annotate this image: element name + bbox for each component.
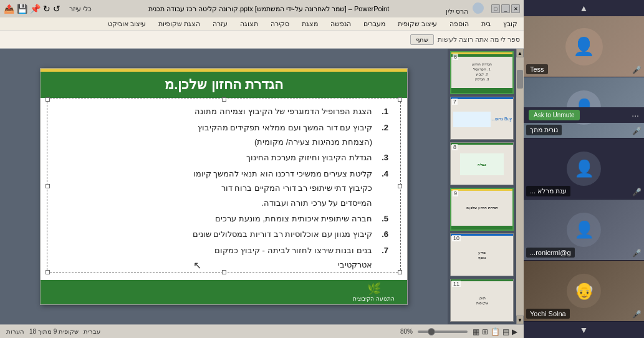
slide-item-5: 5. חברה שיתופית איכותית צומחת, מונעת ערכ… bbox=[59, 211, 388, 226]
tess-mic-icon: 🎤 bbox=[632, 65, 642, 74]
thumb-7[interactable]: Buy גרופ... 7 bbox=[450, 97, 514, 140]
scroll-down-arrow[interactable]: ▼ bbox=[524, 322, 644, 338]
thumb-10[interactable]: מידענוסף 10 bbox=[450, 233, 514, 276]
unmute-dots[interactable]: ··· bbox=[632, 110, 639, 120]
thumb-panel: הגדרת החזון1. הפרופיל2. קיבוץ3. הגדלת 6 … bbox=[448, 49, 516, 324]
main-slide: הגדרת החזון שלכן.מ 1. הצגת הפרופיל הדמוג… bbox=[40, 68, 408, 305]
menu-slideshow[interactable]: מצגת bbox=[299, 20, 320, 28]
slide-footer: 🌿 התנועה הקיבוצית bbox=[41, 280, 407, 304]
scroll-thumb[interactable] bbox=[517, 70, 523, 89]
menu-help[interactable]: עזרה bbox=[210, 20, 230, 28]
slide-item-7: 7. בנים ובנות שירצו לחזור לביתה - קיבוץ … bbox=[59, 243, 388, 273]
menu-view[interactable]: תצוגה bbox=[238, 20, 261, 28]
thumb-num-11: 11 bbox=[452, 281, 461, 287]
participant-tile-norit: 👤 נורית מתך 🎤 Ask to Unmute ··· bbox=[524, 77, 644, 138]
video-sidebar: ▲ 👤 Tess 🎤 👤 נורית מתך 🎤 Ask to bbox=[524, 0, 644, 338]
thumb-11[interactable]: תוכןשקופית 11 bbox=[450, 279, 514, 322]
menu-bar: קובץ בית הוספה עיצוב שקופית מעברים הנפשה… bbox=[0, 17, 524, 31]
participant-tile-yochi: 👴 Yochi Solna 🎤 bbox=[524, 261, 644, 322]
thumb-num-8: 8 bbox=[452, 144, 458, 150]
thumb-6[interactable]: הגדרת החזון1. הפרופיל2. קיבוץ3. הגדלת 6 bbox=[450, 51, 514, 94]
content-area: הגדרת החזון שלכן.מ 1. הצגת הפרופיל הדמוג… bbox=[0, 49, 524, 324]
status-right: עברית שקופית 9 מתוך 18 הערות bbox=[6, 328, 394, 335]
zoom-thumb[interactable] bbox=[428, 328, 435, 336]
view-present-icon[interactable]: ▶ bbox=[512, 327, 517, 336]
zoom-level: 80% bbox=[400, 328, 413, 335]
main-area: ✕ _ □ הרס ילין PowerPoint – [שמר לאחרונה… bbox=[0, 0, 524, 338]
logo-icon: 🌿 bbox=[367, 282, 381, 296]
participant-tile-anat: 👤 ענת מרלא ... 🎤 bbox=[524, 138, 644, 200]
vertical-scrollbar[interactable]: ▲ ▼ bbox=[516, 49, 524, 324]
thumb-content-9: הגדרת החזון שלכן.מ bbox=[451, 191, 512, 226]
scroll-down-btn[interactable]: ▼ bbox=[516, 316, 524, 324]
minimize-btn[interactable]: _ bbox=[501, 4, 510, 13]
language-label: עברית bbox=[84, 328, 100, 335]
menu-insert[interactable]: הוספה bbox=[447, 20, 471, 28]
participant-tile-tess: 👤 Tess 🎤 bbox=[524, 16, 644, 77]
roni-avatar: 👤 bbox=[567, 213, 601, 247]
scroll-up-btn[interactable]: ▲ bbox=[516, 49, 524, 57]
window-controls[interactable]: ✕ _ □ bbox=[491, 4, 520, 13]
slide-header: הגדרת החזון שלכן.מ bbox=[41, 72, 407, 98]
slide-item-6: 6. קיבוץ מגוון עם אוכלוסיות רב דוריות במ… bbox=[59, 227, 388, 241]
menu-file[interactable]: קובץ bbox=[501, 20, 520, 28]
thumb-num-7: 7 bbox=[452, 99, 458, 105]
thumb-content-10: מידענוסף bbox=[451, 236, 513, 276]
view-notes-icon[interactable]: 📋 bbox=[491, 327, 500, 336]
menu-format[interactable]: עיצוב אוביקט bbox=[105, 20, 148, 28]
menu-animations[interactable]: הנפשה bbox=[328, 20, 353, 28]
tool-helper: כלי עיזר bbox=[69, 5, 92, 13]
ask-unmute-btn[interactable]: Ask to Unmute bbox=[529, 110, 580, 120]
close-btn[interactable]: ✕ bbox=[511, 4, 520, 13]
thumb-footer-9 bbox=[451, 226, 512, 229]
thumb-content-8: טבלה bbox=[451, 145, 513, 185]
thumb-num-10: 10 bbox=[452, 235, 461, 241]
anat-name: ענת מרלא ... bbox=[526, 186, 570, 196]
logo-text: התנועה הקיבוצית bbox=[353, 296, 395, 302]
participant-tiles: 👤 Tess 🎤 👤 נורית מתך 🎤 Ask to Unmute ··· bbox=[524, 16, 644, 322]
thumb-img-7 bbox=[453, 112, 491, 127]
view-reading-icon[interactable]: ▤ bbox=[502, 327, 509, 336]
search-placeholder: ספר לי מה אתה רוצה לעשות bbox=[438, 36, 520, 44]
yochi-avatar: 👴 bbox=[567, 274, 601, 308]
comments-label: הערות bbox=[6, 328, 24, 335]
title-bar: ✕ _ □ הרס ילין PowerPoint – [שמר לאחרונה… bbox=[0, 0, 524, 17]
zoom-slider[interactable] bbox=[418, 331, 468, 333]
tess-avatar: 👤 bbox=[565, 28, 603, 65]
view-icons[interactable]: ▦ ⊞ 📋 ▤ ▶ bbox=[473, 327, 517, 336]
roni-mic-icon: 🎤 bbox=[632, 249, 642, 258]
tess-name: Tess bbox=[526, 64, 548, 74]
slide-body: 1. הצגת הפרופיל הדמוגרפי של הקיבוץ וצמיח… bbox=[41, 98, 407, 279]
anat-mic-icon: 🎤 bbox=[632, 188, 642, 196]
user-name: הרס ילין bbox=[446, 2, 484, 16]
maximize-btn[interactable]: □ bbox=[491, 4, 500, 13]
thumb-9[interactable]: הגדרת החזון שלכן.מ 9 bbox=[450, 188, 514, 231]
menu-present[interactable]: הצגת שקופיות bbox=[156, 20, 203, 28]
slide-count: שקופית 9 מתוך 18 bbox=[29, 328, 79, 335]
title-icons[interactable]: ↺ ↻ 📌 💾 📤 bbox=[4, 4, 60, 14]
menu-home[interactable]: בית bbox=[479, 20, 493, 28]
view-normal-icon[interactable]: ▦ bbox=[473, 327, 479, 336]
slide-item-1: 1. הצגת הפרופיל הדמוגרפי של הקיבוץ וצמיח… bbox=[59, 104, 388, 118]
menu-design[interactable]: עיצוב שקופית bbox=[395, 20, 440, 28]
roni-name: ronicrml@g... bbox=[526, 248, 575, 258]
yochi-name: Yochi Solna bbox=[526, 309, 570, 319]
slide-item-3: 3. הגדלת הקיבוץ וחיזוק מערכת החינוך bbox=[59, 150, 388, 165]
view-grid-icon[interactable]: ⊞ bbox=[482, 327, 488, 336]
toolbar: ספר לי מה אתה רוצה לעשות שתף bbox=[0, 31, 524, 49]
anat-avatar: 👤 bbox=[567, 152, 601, 186]
participant-tile-roni: 👤 ronicrml@g... 🎤 bbox=[524, 200, 644, 261]
thumb-8[interactable]: טבלה 8 bbox=[450, 142, 514, 185]
thumb-img-8: טבלה bbox=[460, 153, 504, 175]
scroll-up-arrow[interactable]: ▲ bbox=[524, 0, 644, 16]
menu-transitions[interactable]: מעברים bbox=[361, 20, 388, 28]
slide-panel[interactable]: הגדרת החזון שלכן.מ 1. הצגת הפרופיל הדמוג… bbox=[0, 49, 448, 324]
thumb-num-9: 9 bbox=[453, 190, 458, 196]
thumb-footer-6 bbox=[451, 88, 512, 93]
share-btn[interactable]: שתף bbox=[410, 34, 434, 45]
thumb-num-6: 6 bbox=[453, 54, 458, 60]
window-title: PowerPoint – [שמר לאחרונה על-ידי המשתמש]… bbox=[94, 5, 443, 13]
status-bar: 80% ▦ ⊞ 📋 ▤ ▶ עברית שקופית 9 מתוך 18 הער… bbox=[0, 324, 524, 338]
norit-mic-icon: 🎤 bbox=[632, 127, 642, 135]
menu-review[interactable]: סקירה bbox=[268, 20, 292, 28]
